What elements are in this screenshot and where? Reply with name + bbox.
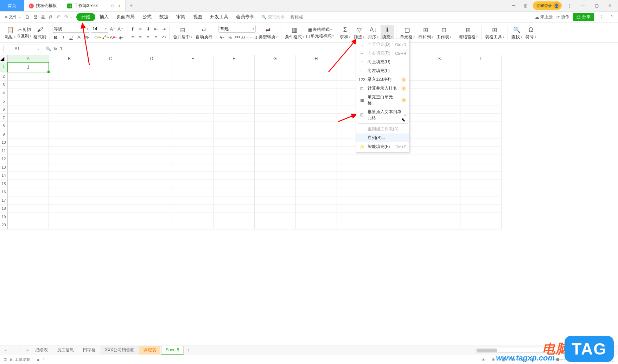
cell[interactable] [90,72,131,81]
row-header[interactable]: 11 [0,147,8,155]
cell[interactable] [8,171,49,180]
qat-redo-icon[interactable]: ↷ [63,14,70,21]
cell[interactable] [255,81,296,89]
col-header-C[interactable]: C [90,55,131,62]
freeze-button[interactable]: ⊞ 冻结窗格▾ [457,25,479,41]
cell[interactable] [255,196,296,205]
cell[interactable] [172,122,214,130]
col-header-D[interactable]: D [131,55,172,62]
cell[interactable] [90,163,131,172]
cell[interactable] [419,72,460,81]
cell[interactable] [296,105,337,114]
cell[interactable] [172,89,214,97]
fill-menu-item[interactable]: ↑向上填充(U) [356,58,409,66]
cell[interactable] [90,196,131,205]
fullscreen-icon[interactable]: ⛶ [607,356,614,363]
cell[interactable] [172,188,214,196]
cell[interactable] [337,163,378,172]
ribbon-tab-insert[interactable]: 插入 [96,13,112,21]
cell[interactable] [255,147,296,155]
cell[interactable] [378,196,419,205]
fill-menu-item[interactable]: ⊡计算并录入排名¥ [356,84,409,93]
cell[interactable] [460,188,502,196]
cell[interactable] [131,204,172,213]
text-effect-icon[interactable]: ◈▾ [117,34,125,41]
cell[interactable] [460,114,502,122]
cell[interactable] [131,138,172,147]
cell[interactable] [419,105,460,114]
cell[interactable] [8,163,49,172]
maximize-button[interactable]: ▢ [591,0,602,11]
row-header[interactable]: 7 [0,114,8,122]
cell-style-button[interactable]: ▢单元格样式▾ [306,33,334,39]
cell[interactable] [419,221,460,229]
cell[interactable] [214,163,255,172]
cell[interactable] [296,188,337,196]
row-header[interactable]: 3 [0,81,8,89]
align-right-icon[interactable]: ≡ [145,33,152,40]
sheet-tab[interactable]: XXX公司销售额 [101,346,139,355]
cell[interactable] [419,204,460,213]
sheet-tab[interactable]: 成绩表 [31,346,52,355]
cell[interactable] [8,138,49,147]
cell[interactable] [296,204,337,213]
cell[interactable] [172,180,214,188]
cell[interactable] [419,130,460,139]
cell[interactable] [460,213,502,221]
orientation-icon[interactable]: ↗▾ [160,33,167,40]
cell[interactable] [8,221,49,229]
ribbon-tab-review[interactable]: 审阅 [173,13,189,21]
qat-more-icon[interactable]: ⌄ [70,15,73,19]
cell[interactable] [90,221,131,229]
cell[interactable] [460,163,502,172]
ribbon-tab-member[interactable]: 会员专享 [232,13,258,21]
first-sheet-icon[interactable]: ⇤ [3,348,9,352]
ribbon-tab-dev[interactable]: 开发工具 [206,13,232,21]
cell[interactable] [131,97,172,106]
cell[interactable] [49,72,90,81]
row-header[interactable]: 14 [0,171,8,180]
cell[interactable] [255,130,296,139]
cell[interactable] [255,188,296,196]
cell[interactable] [49,180,90,188]
cell[interactable] [214,62,255,72]
zoom-in-icon[interactable]: + [587,356,594,363]
cloud-status[interactable]: ☁未上云 [535,14,553,20]
row-header[interactable]: 17 [0,196,8,205]
tabletools-button[interactable]: ⊞ 表格工具▾ [484,25,505,41]
cut-button[interactable]: ✂剪切 [18,27,31,32]
currency-icon[interactable]: ¥▾ [218,34,225,41]
cell[interactable] [460,180,502,188]
cell[interactable] [90,188,131,196]
cell[interactable] [419,81,460,89]
cell[interactable] [255,114,296,122]
cell[interactable] [90,122,131,130]
sheet-tab[interactable]: 田字格 [79,346,100,355]
cell[interactable] [172,221,214,229]
copy-button[interactable]: ⎘复制▾ [18,33,31,39]
dec-decimal-icon[interactable]: ←.0 [249,34,256,41]
cell[interactable] [172,204,214,213]
cell[interactable] [90,180,131,188]
cell[interactable] [49,122,90,130]
align-justify-icon[interactable]: ≡ [152,33,159,40]
cell[interactable] [337,196,378,205]
cell[interactable] [8,213,49,221]
ribbon-tab-formula[interactable]: 公式 [139,13,155,21]
cell[interactable] [214,196,255,205]
cell[interactable] [8,188,49,196]
fill-menu-item[interactable]: 序列(S)... [356,134,409,142]
cell[interactable] [214,171,255,180]
fill-menu-item[interactable]: ▦填充空白单元格...¥ [356,93,409,108]
cell[interactable] [255,163,296,172]
align-bottom-icon[interactable]: ⬇̱ [145,25,152,32]
cell[interactable] [90,130,131,139]
cell[interactable] [131,72,172,81]
font-name-select[interactable]: 等线▾ [52,25,90,33]
cell[interactable] [90,105,131,114]
cell[interactable] [460,196,502,205]
cell[interactable] [131,196,172,205]
new-tab-button[interactable]: ＋ [126,0,137,11]
cell[interactable] [296,196,337,205]
cell[interactable] [337,213,378,221]
